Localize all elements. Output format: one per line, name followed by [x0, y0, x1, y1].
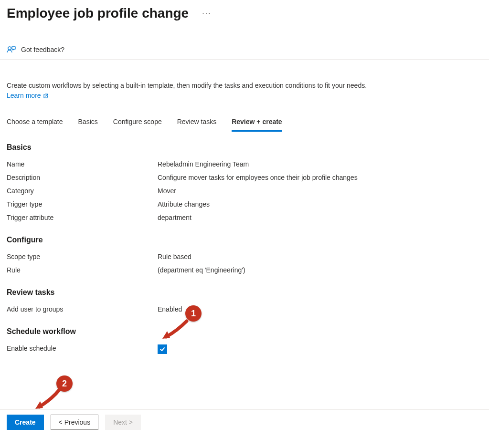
tab-choose-template[interactable]: Choose a template: [7, 114, 63, 132]
row-description: Description Configure mover tasks for em…: [7, 171, 482, 184]
section-heading-review-tasks: Review tasks: [7, 288, 482, 297]
annotation-callout-1: 1: [185, 305, 202, 322]
row-enable-schedule: Enable schedule: [7, 342, 482, 357]
row-name: Name Rebeladmin Engineering Team: [7, 157, 482, 171]
feedback-icon: [7, 45, 16, 54]
row-scope-type: Scope type Rule based: [7, 250, 482, 263]
row-add-user-to-groups: Add user to groups Enabled: [7, 302, 482, 316]
tab-review-tasks[interactable]: Review tasks: [177, 114, 216, 132]
annotation-arrow-2: [33, 387, 62, 412]
row-trigger-attribute: Trigger attribute department: [7, 211, 482, 224]
enable-schedule-checkbox[interactable]: [158, 344, 167, 354]
page-title: Employee job profile change: [7, 6, 189, 21]
intro-text: Create custom workflows by selecting a b…: [7, 82, 367, 89]
tab-configure-scope[interactable]: Configure scope: [113, 114, 162, 132]
learn-more-link[interactable]: Learn more: [7, 91, 49, 101]
wizard-tabs: Choose a template Basics Configure scope…: [0, 101, 489, 132]
svg-point-0: [8, 47, 11, 50]
row-category: Category Mover: [7, 184, 482, 198]
create-button[interactable]: Create: [7, 415, 44, 430]
row-trigger-type: Trigger type Attribute changes: [7, 198, 482, 211]
more-actions-button[interactable]: ···: [200, 7, 213, 20]
tab-review-create[interactable]: Review + create: [232, 114, 282, 132]
feedback-link[interactable]: Got feedback?: [21, 46, 64, 53]
tab-basics[interactable]: Basics: [78, 114, 98, 132]
section-heading-schedule: Schedule workflow: [7, 327, 482, 336]
next-button: Next >: [105, 415, 141, 430]
section-heading-basics: Basics: [7, 143, 482, 152]
row-rule: Rule (department eq 'Engineering'): [7, 263, 482, 277]
previous-button[interactable]: < Previous: [51, 415, 99, 430]
section-heading-configure: Configure: [7, 236, 482, 244]
annotation-callout-2: 2: [56, 375, 73, 392]
